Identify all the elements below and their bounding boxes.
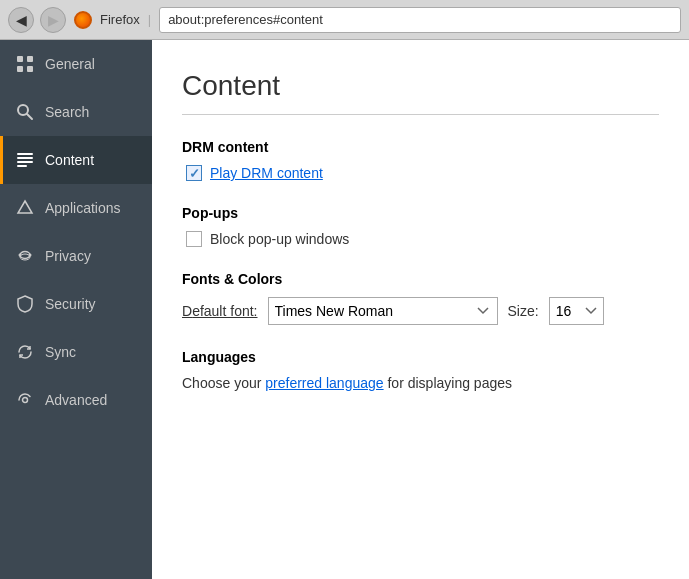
svg-rect-1 — [27, 56, 33, 62]
sidebar: General Search Content — [0, 40, 152, 579]
fonts-section-title: Fonts & Colors — [182, 271, 659, 287]
page-title: Content — [182, 70, 659, 102]
drm-checkbox-label[interactable]: Play DRM content — [210, 165, 323, 181]
address-text: about:preferences#content — [168, 12, 323, 27]
popups-section: Pop-ups Block pop-up windows — [182, 205, 659, 247]
languages-section-title: Languages — [182, 349, 659, 365]
languages-description: Choose your preferred language for displ… — [182, 375, 659, 391]
sidebar-item-label: General — [45, 56, 95, 72]
content-icon — [15, 150, 35, 170]
address-bar[interactable]: about:preferences#content — [159, 7, 681, 33]
general-icon — [15, 54, 35, 74]
firefox-tab-label: Firefox — [100, 12, 140, 27]
font-label-underline: D — [182, 303, 192, 319]
popups-checkbox-label: Block pop-up windows — [210, 231, 349, 247]
back-button[interactable]: ◀ — [8, 7, 34, 33]
sidebar-item-label: Search — [45, 104, 89, 120]
svg-rect-2 — [17, 66, 23, 72]
drm-checkbox[interactable]: ✓ — [186, 165, 202, 181]
preferred-language-link[interactable]: preferred language — [265, 375, 383, 391]
sidebar-item-label: Content — [45, 152, 94, 168]
sidebar-item-label: Applications — [45, 200, 121, 216]
svg-point-14 — [23, 398, 28, 403]
drm-section: DRM content ✓ Play DRM content — [182, 139, 659, 181]
main-layout: General Search Content — [0, 40, 689, 579]
size-select[interactable]: 12 14 16 18 20 24 — [549, 297, 604, 325]
browser-chrome: ◀ ▶ Firefox | about:preferences#content — [0, 0, 689, 40]
content-area: Content DRM content ✓ Play DRM content P… — [152, 40, 689, 579]
sidebar-item-content[interactable]: Content — [0, 136, 152, 184]
svg-rect-9 — [17, 165, 27, 167]
svg-rect-8 — [17, 161, 33, 163]
popups-checkbox[interactable] — [186, 231, 202, 247]
svg-rect-3 — [27, 66, 33, 72]
svg-rect-7 — [17, 157, 33, 159]
section-divider — [182, 114, 659, 115]
applications-icon — [15, 198, 35, 218]
sidebar-item-label: Sync — [45, 344, 76, 360]
checkmark-icon: ✓ — [189, 166, 200, 181]
advanced-icon — [15, 390, 35, 410]
font-row: Default font: Times New Roman Arial Geor… — [182, 297, 659, 325]
lang-desc-before: Choose your — [182, 375, 265, 391]
drm-section-title: DRM content — [182, 139, 659, 155]
size-label: Size: — [508, 303, 539, 319]
privacy-icon — [15, 246, 35, 266]
svg-point-13 — [29, 254, 32, 257]
font-label: Default font: — [182, 303, 258, 319]
sidebar-item-privacy[interactable]: Privacy — [0, 232, 152, 280]
sidebar-item-advanced[interactable]: Advanced — [0, 376, 152, 424]
popups-section-title: Pop-ups — [182, 205, 659, 221]
security-icon — [15, 294, 35, 314]
sidebar-item-label: Security — [45, 296, 96, 312]
lang-desc-after: for displaying pages — [384, 375, 512, 391]
popups-checkbox-row: Block pop-up windows — [186, 231, 659, 247]
svg-rect-0 — [17, 56, 23, 62]
forward-button[interactable]: ▶ — [40, 7, 66, 33]
drm-checkbox-row: ✓ Play DRM content — [186, 165, 659, 181]
languages-section: Languages Choose your preferred language… — [182, 349, 659, 391]
font-select[interactable]: Times New Roman Arial Georgia Verdana Co… — [268, 297, 498, 325]
svg-rect-6 — [17, 153, 33, 155]
search-icon — [15, 102, 35, 122]
sidebar-item-security[interactable]: Security — [0, 280, 152, 328]
svg-point-12 — [19, 254, 22, 257]
sidebar-item-sync[interactable]: Sync — [0, 328, 152, 376]
sidebar-item-applications[interactable]: Applications — [0, 184, 152, 232]
sidebar-item-search[interactable]: Search — [0, 88, 152, 136]
sidebar-item-label: Privacy — [45, 248, 91, 264]
fonts-section: Fonts & Colors Default font: Times New R… — [182, 271, 659, 325]
sidebar-item-label: Advanced — [45, 392, 107, 408]
svg-line-5 — [27, 114, 32, 119]
sync-icon — [15, 342, 35, 362]
firefox-icon — [72, 9, 94, 31]
sidebar-item-general[interactable]: General — [0, 40, 152, 88]
